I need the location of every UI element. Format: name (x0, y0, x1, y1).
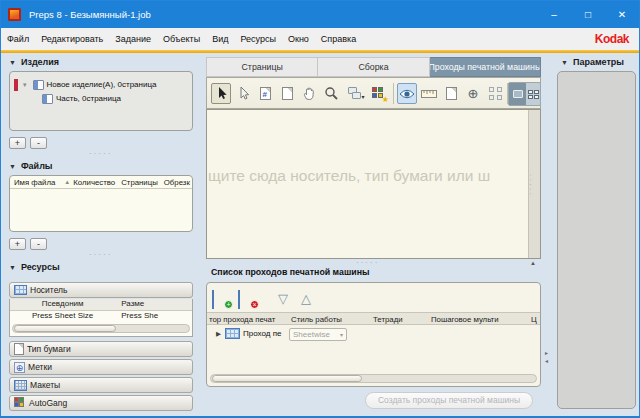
files-remove-button[interactable]: - (30, 238, 47, 250)
layout-icon: ▾ (348, 87, 363, 100)
column-filename[interactable]: Имя файла (14, 178, 55, 187)
move-up-button[interactable]: △ (301, 291, 311, 306)
expand-left-icon[interactable]: ◂ (545, 357, 548, 364)
column-count[interactable]: Количество (73, 178, 115, 187)
resources-panel-title[interactable]: ▼Ресурсы (9, 262, 60, 272)
files-panel-title[interactable]: ▼Файлы (9, 161, 53, 171)
measure-button[interactable] (419, 83, 439, 104)
menu-item-window[interactable]: Окно (282, 34, 315, 44)
media-hscrollbar[interactable] (12, 324, 190, 333)
pressrun-list-title: Список проходов печатной машины (211, 267, 369, 277)
pressrun-hscrollbar[interactable] (210, 374, 537, 383)
collapse-triangle-icon[interactable]: ▼ (9, 163, 16, 170)
menu-item-view[interactable]: Вид (206, 34, 234, 44)
add-pressrun-button[interactable]: + (212, 291, 229, 305)
toolbar: # ▾ ★ (206, 77, 541, 109)
tree-expand-icon[interactable]: ▾ (23, 81, 27, 89)
column-size[interactable]: Разме (115, 299, 192, 310)
press-run-canvas[interactable]: щите сюда носитель, тип бумаги или ш (206, 109, 541, 259)
layout-tool-button[interactable]: ▾ (343, 83, 367, 104)
zoom-tool-button[interactable] (321, 83, 341, 104)
close-button[interactable]: ✕ (605, 1, 639, 28)
autogang-wizard-button[interactable]: ★ (369, 83, 389, 104)
products-remove-button[interactable]: - (30, 137, 47, 149)
grid-view-button[interactable] (526, 83, 540, 105)
pan-tool-button[interactable] (299, 83, 319, 104)
media-table-header: Псевдоним Разме (10, 299, 192, 311)
maximize-button[interactable]: □ (571, 1, 605, 28)
column-step-repeat[interactable]: Пошаговое мульти (431, 315, 499, 324)
menu-item-help[interactable]: Справка (315, 34, 362, 44)
work-style-select[interactable]: Sheetwise ▾ (289, 328, 347, 341)
menu-item-file[interactable]: Файл (1, 34, 35, 44)
menu-item-resources[interactable]: Ресурсы (234, 34, 282, 44)
resource-autogang[interactable]: AutoGang (9, 395, 193, 411)
vertical-splitter-handle[interactable]: ····· (526, 174, 535, 197)
resource-templates[interactable]: Макеты (9, 377, 193, 393)
book-icon (42, 94, 53, 104)
splitter-handle[interactable]: ····· (356, 258, 379, 267)
create-pressruns-button[interactable]: Создать проходы печатной машины (365, 392, 533, 409)
tab-assembly[interactable]: Сборка (318, 57, 429, 77)
splitter-handle[interactable]: ····· (89, 149, 112, 158)
title-bar: Preps 8 - Безымянный-1.job – □ ✕ (1, 1, 639, 28)
column-pressrun-id[interactable]: тор прохода печат (209, 315, 285, 324)
collapse-triangle-icon[interactable]: ▼ (9, 264, 16, 271)
move-down-button[interactable]: ▽ (278, 291, 288, 306)
dropdown-caret-icon: ▾ (340, 331, 343, 338)
parameters-panel-title[interactable]: ▼Параметры (561, 57, 624, 67)
resource-media[interactable]: Носитель (9, 282, 193, 298)
part-tree-item[interactable]: Часть, 0страница (42, 92, 192, 105)
templates-grid-icon (14, 380, 27, 391)
registration-button[interactable]: ⊕ (463, 83, 483, 104)
collapse-right-icon[interactable]: ▸ (545, 349, 548, 356)
pressrun-name: Проход пе (243, 329, 286, 338)
scroll-thumb[interactable] (212, 375, 362, 382)
menu-item-job[interactable]: Задание (109, 34, 157, 44)
resource-marks[interactable]: ⊕ Метки (9, 359, 193, 375)
tab-pages[interactable]: Страницы (206, 57, 318, 77)
product-tree-item[interactable]: ▾ Новое изделие(А), 0страница (14, 78, 192, 91)
parameters-panel (557, 71, 636, 409)
menu-item-objects[interactable]: Объекты (157, 34, 206, 44)
page-tool-button[interactable] (277, 83, 297, 104)
media-row[interactable]: Press Sheet Size Press She (10, 311, 192, 323)
collapse-triangle-icon[interactable]: ▼ (9, 59, 16, 66)
remove-badge-icon: × (250, 300, 259, 309)
app-window: Preps 8 - Безымянный-1.job – □ ✕ Файл Ре… (0, 0, 640, 418)
page-number-tool-button[interactable]: # (255, 83, 275, 104)
minimize-button[interactable]: – (537, 1, 571, 28)
menu-item-edit[interactable]: Редактировать (35, 34, 109, 44)
row-expand-icon[interactable]: ▶ (216, 330, 221, 338)
tab-pressruns[interactable]: Проходы печатной машины (430, 57, 541, 77)
column-signatures[interactable]: Тетради (373, 315, 403, 324)
preview-button[interactable] (397, 83, 417, 104)
column-alias[interactable]: Псевдоним (10, 299, 115, 310)
view-mode-group (508, 82, 541, 106)
select-tool-button[interactable] (211, 83, 231, 104)
pressrun-row[interactable]: ▶ Проход пе Sheetwise ▾ (207, 325, 540, 343)
scroll-thumb[interactable] (14, 325, 116, 332)
column-trim[interactable]: Обрезк (164, 178, 190, 187)
sheet-icon (212, 290, 214, 309)
column-pages[interactable]: Страницы (121, 178, 158, 187)
page-preview-button[interactable] (441, 83, 461, 104)
part-label: Часть, 0страница (56, 94, 121, 103)
color-bar (14, 79, 18, 91)
resource-paper-type[interactable]: Тип бумаги (9, 341, 193, 357)
single-page-icon (513, 90, 523, 98)
splitter-handle[interactable]: ····· (89, 250, 112, 259)
column-colors[interactable]: Ц (531, 315, 537, 324)
direct-select-tool-button[interactable] (233, 83, 253, 104)
delete-pressrun-button[interactable]: × (238, 291, 255, 305)
fit-view-button[interactable] (485, 83, 505, 104)
products-add-button[interactable]: + (9, 137, 26, 149)
collapse-triangle-icon[interactable]: ▼ (561, 59, 568, 66)
crosshair-icon: ⊕ (468, 87, 479, 100)
single-view-button[interactable] (509, 83, 526, 105)
products-panel-title[interactable]: ▼Изделия (9, 57, 59, 67)
files-add-button[interactable]: + (9, 238, 26, 250)
scroll-up-icon[interactable]: ▲ (530, 260, 536, 266)
column-work-style[interactable]: Стиль работы (291, 315, 342, 324)
sheet-icon (225, 328, 240, 339)
